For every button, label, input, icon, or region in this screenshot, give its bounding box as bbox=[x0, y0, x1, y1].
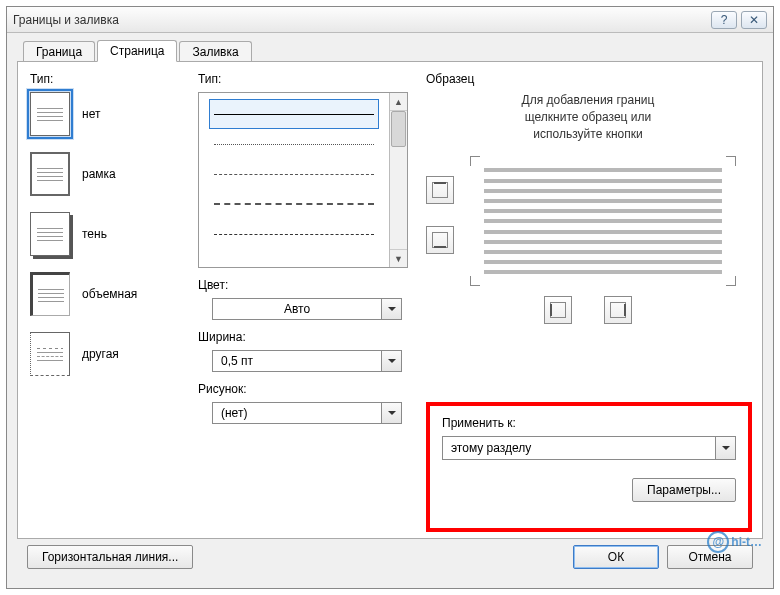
setting-custom[interactable]: другая bbox=[30, 332, 180, 376]
preview-hint-line: используйте кнопки bbox=[426, 126, 750, 143]
setting-shadow-icon bbox=[30, 212, 70, 256]
edge-left-button[interactable] bbox=[544, 296, 572, 324]
close-icon: ✕ bbox=[749, 13, 759, 27]
edge-top-button[interactable] bbox=[426, 176, 454, 204]
color-label: Цвет: bbox=[198, 278, 408, 292]
apply-to-label: Применить к: bbox=[442, 416, 736, 430]
options-button[interactable]: Параметры... bbox=[632, 478, 736, 502]
setting-label-text: тень bbox=[82, 227, 107, 241]
tab-border[interactable]: Граница bbox=[23, 41, 95, 62]
color-value: Авто bbox=[284, 302, 310, 316]
setting-none[interactable]: нет bbox=[30, 92, 180, 136]
scroll-track[interactable] bbox=[390, 111, 407, 249]
setting-box-icon bbox=[30, 152, 70, 196]
tab-label: Страница bbox=[110, 44, 164, 58]
setting-label-text: нет bbox=[82, 107, 100, 121]
preview-corner bbox=[470, 156, 480, 166]
art-value: (нет) bbox=[221, 406, 247, 420]
edge-top-icon bbox=[432, 182, 448, 198]
dialog-button-row: Горизонтальная линия... ОК Отмена bbox=[17, 539, 763, 579]
button-label: ОК bbox=[608, 550, 624, 564]
line-style-item[interactable] bbox=[209, 129, 379, 159]
preview-hint-line: щелкните образец или bbox=[426, 109, 750, 126]
width-combo[interactable]: 0,5 пт bbox=[212, 350, 402, 372]
preview-corner bbox=[470, 276, 480, 286]
chevron-down-icon[interactable] bbox=[716, 436, 736, 460]
tab-label: Заливка bbox=[192, 45, 238, 59]
preview-section-label: Образец bbox=[426, 72, 750, 86]
line-style-list[interactable]: ▲ ▼ bbox=[198, 92, 408, 268]
preview-text-lines bbox=[484, 168, 722, 274]
tab-strip: Граница Страница Заливка bbox=[23, 37, 763, 61]
cancel-button[interactable]: Отмена bbox=[667, 545, 753, 569]
line-style-item[interactable] bbox=[209, 159, 379, 189]
chevron-down-icon[interactable] bbox=[382, 402, 402, 424]
tab-shading[interactable]: Заливка bbox=[179, 41, 251, 62]
setting-label-text: объемная bbox=[82, 287, 137, 301]
setting-3d-icon bbox=[30, 272, 70, 316]
setting-label-text: другая bbox=[82, 347, 119, 361]
art-combo[interactable]: (нет) bbox=[212, 402, 402, 424]
preview-corner bbox=[726, 276, 736, 286]
apply-to-value: этому разделу bbox=[451, 441, 531, 455]
chevron-down-icon[interactable] bbox=[382, 350, 402, 372]
line-style-list-body bbox=[199, 93, 389, 267]
tab-label: Граница bbox=[36, 45, 82, 59]
color-combo[interactable]: Авто bbox=[212, 298, 402, 320]
close-button[interactable]: ✕ bbox=[741, 11, 767, 29]
edge-right-button[interactable] bbox=[604, 296, 632, 324]
scroll-down-icon[interactable]: ▼ bbox=[390, 249, 407, 267]
edge-buttons-horizontal bbox=[426, 296, 750, 324]
scroll-up-icon[interactable]: ▲ bbox=[390, 93, 407, 111]
apply-to-group: Применить к: этому разделу Параметры... bbox=[426, 402, 752, 532]
art-label: Рисунок: bbox=[198, 382, 408, 396]
horizontal-line-button[interactable]: Горизонтальная линия... bbox=[27, 545, 193, 569]
preview-hint-line: Для добавления границ bbox=[426, 92, 750, 109]
chevron-down-icon[interactable] bbox=[382, 298, 402, 320]
preview-corner bbox=[726, 156, 736, 166]
edge-right-icon bbox=[610, 302, 626, 318]
setting-column: Тип: нет рамка bbox=[30, 72, 180, 530]
edge-bottom-button[interactable] bbox=[426, 226, 454, 254]
line-style-item[interactable] bbox=[209, 219, 379, 249]
setting-3d[interactable]: объемная bbox=[30, 272, 180, 316]
dialog-content: Граница Страница Заливка Тип: нет bbox=[7, 33, 773, 588]
help-icon: ? bbox=[721, 13, 728, 27]
line-style-item[interactable] bbox=[209, 189, 379, 219]
page-preview[interactable] bbox=[462, 156, 744, 286]
preview-column: Образец Для добавления границ щелкните о… bbox=[426, 72, 750, 530]
style-column: Тип: ▲ ▼ bbox=[198, 72, 408, 530]
borders-shading-dialog: Границы и заливка ? ✕ Граница Страница З… bbox=[6, 6, 774, 589]
help-button[interactable]: ? bbox=[711, 11, 737, 29]
ok-button[interactable]: ОК bbox=[573, 545, 659, 569]
edge-left-icon bbox=[550, 302, 566, 318]
setting-none-icon bbox=[30, 92, 70, 136]
width-value: 0,5 пт bbox=[221, 354, 253, 368]
setting-shadow[interactable]: тень bbox=[30, 212, 180, 256]
setting-label: Тип: bbox=[30, 72, 180, 86]
titlebar: Границы и заливка ? ✕ bbox=[7, 7, 773, 33]
line-style-item[interactable] bbox=[209, 99, 379, 129]
width-label: Ширина: bbox=[198, 330, 408, 344]
edge-bottom-icon bbox=[432, 232, 448, 248]
edge-buttons-vertical bbox=[426, 176, 454, 286]
preview-area bbox=[426, 156, 750, 286]
line-style-scrollbar[interactable]: ▲ ▼ bbox=[389, 93, 407, 267]
style-type-label: Тип: bbox=[198, 72, 408, 86]
tab-page[interactable]: Страница bbox=[97, 40, 177, 62]
scroll-thumb[interactable] bbox=[391, 111, 406, 147]
tab-panel: Тип: нет рамка bbox=[17, 61, 763, 539]
preview-hint: Для добавления границ щелкните образец и… bbox=[426, 92, 750, 142]
button-label: Горизонтальная линия... bbox=[42, 550, 178, 564]
button-label: Отмена bbox=[688, 550, 731, 564]
window-title: Границы и заливка bbox=[13, 13, 707, 27]
setting-custom-icon bbox=[30, 332, 70, 376]
apply-to-combo[interactable]: этому разделу bbox=[442, 436, 736, 460]
setting-label-text: рамка bbox=[82, 167, 116, 181]
options-button-label: Параметры... bbox=[647, 483, 721, 497]
setting-box[interactable]: рамка bbox=[30, 152, 180, 196]
